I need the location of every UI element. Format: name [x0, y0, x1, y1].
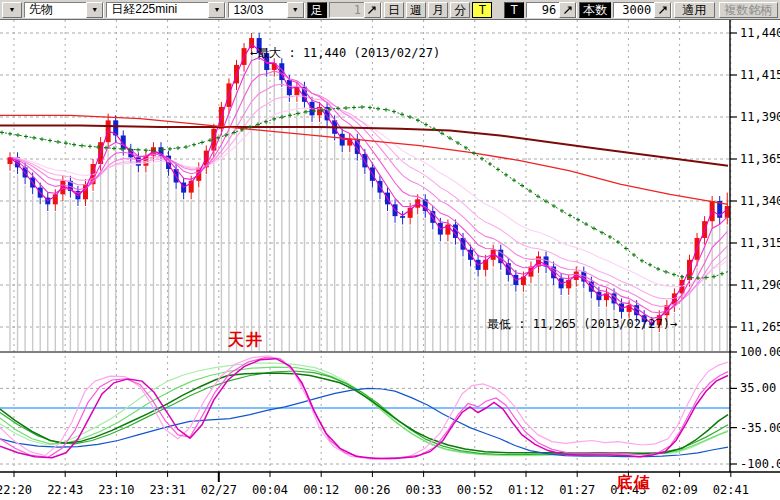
svg-text:11,365: 11,365 [740, 152, 780, 166]
bar-count-spinner[interactable]: 3000 [613, 2, 672, 18]
contract-value: 13/03 [229, 3, 286, 17]
svg-text:11,390: 11,390 [740, 110, 780, 124]
svg-text:00:26: 00:26 [354, 483, 390, 497]
multi-symbol-button[interactable]: 複数銘柄 [719, 2, 778, 18]
symbol-value: 日経225mini [107, 1, 208, 18]
spin-dial-icon[interactable] [559, 2, 576, 18]
svg-text:11,440: 11,440 [740, 26, 780, 40]
bar-count-value: 3000 [614, 3, 654, 17]
market-value: 先物 [25, 1, 86, 18]
svg-text:01:27: 01:27 [559, 483, 595, 497]
svg-text:00:52: 00:52 [457, 483, 493, 497]
svg-text:01:12: 01:12 [508, 483, 544, 497]
period-day-button[interactable]: 日 [384, 2, 404, 18]
bar-count-label: 本数 [579, 2, 611, 18]
spin-dial-icon[interactable] [654, 2, 671, 18]
svg-text:00:04: 00:04 [252, 483, 288, 497]
chevron-down-icon[interactable]: ▼ [86, 2, 103, 18]
tick-count-spinner[interactable]: 96 [526, 2, 577, 18]
svg-text:11,315: 11,315 [740, 236, 780, 250]
symbol-combobox[interactable]: 日経225mini ▼ [106, 2, 226, 18]
spin-dial-icon[interactable] [364, 2, 381, 18]
min-annotation: 最低 : 11,265 (2013/02/27)→ [487, 316, 677, 333]
period-week-button[interactable]: 週 [406, 2, 426, 18]
bar-interval-value: 1 [330, 3, 364, 17]
market-combobox[interactable]: 先物 ▼ [24, 2, 104, 18]
oscillator-axis: 100.0035.00-35.00-100.00 [730, 345, 780, 471]
contract-combobox[interactable]: 13/03 ▼ [228, 2, 304, 18]
chevron-down-icon: ▼ [9, 6, 16, 13]
oscillator-layer [0, 356, 730, 459]
chevron-down-icon[interactable]: ▼ [287, 2, 304, 18]
axis-layer [0, 20, 780, 472]
apply-button[interactable]: 適用 [674, 2, 714, 18]
max-annotation: ←最大 : 11,440 (2013/02/27) [250, 45, 440, 62]
pane-dropdown-button[interactable]: ▼ [2, 2, 22, 18]
svg-text:02:09: 02:09 [662, 483, 698, 497]
chart-canvas[interactable]: 11,44011,41511,39011,36511,34011,31511,2… [0, 20, 780, 500]
svg-text:11,290: 11,290 [740, 278, 780, 292]
svg-text:23:10: 23:10 [98, 483, 134, 497]
toolbar: ▼ 先物 ▼ 日経225mini ▼ 13/03 ▼ 足 1 日 週 月 分 T… [0, 0, 780, 20]
svg-text:11,265: 11,265 [740, 320, 780, 334]
osc-blue [0, 388, 728, 456]
tick-count-label: T [504, 2, 524, 18]
svg-text:22:43: 22:43 [47, 483, 83, 497]
bar-type-label: 足 [307, 2, 327, 18]
svg-text:11,340: 11,340 [740, 194, 780, 208]
svg-text:100.00: 100.00 [740, 345, 780, 359]
svg-text:00:33: 00:33 [406, 483, 442, 497]
svg-text:-35.00: -35.00 [740, 421, 780, 435]
period-month-button[interactable]: 月 [428, 2, 448, 18]
svg-text:35.00: 35.00 [740, 381, 776, 395]
bar-interval-spinner[interactable]: 1 [329, 2, 382, 18]
tick-toggle-button[interactable]: T [472, 2, 492, 18]
ceiling-annotation: 天井 [228, 330, 264, 351]
period-minute-button[interactable]: 分 [450, 2, 470, 18]
bottom-annotation: 底値 [616, 473, 652, 494]
svg-text:00:12: 00:12 [303, 483, 339, 497]
svg-text:02:41: 02:41 [713, 483, 749, 497]
svg-text:22:20: 22:20 [0, 483, 32, 497]
tick-count-value: 96 [527, 3, 559, 17]
svg-text:11,415: 11,415 [740, 68, 780, 82]
svg-text:-100.00: -100.00 [740, 457, 780, 471]
chart-area[interactable]: 11,44011,41511,39011,36511,34011,31511,2… [0, 20, 780, 500]
svg-text:23:31: 23:31 [150, 483, 186, 497]
price-axis: 11,44011,41511,39011,36511,34011,31511,2… [730, 26, 780, 334]
chevron-down-icon[interactable]: ▼ [208, 2, 225, 18]
svg-text:02/27: 02/27 [201, 483, 237, 497]
